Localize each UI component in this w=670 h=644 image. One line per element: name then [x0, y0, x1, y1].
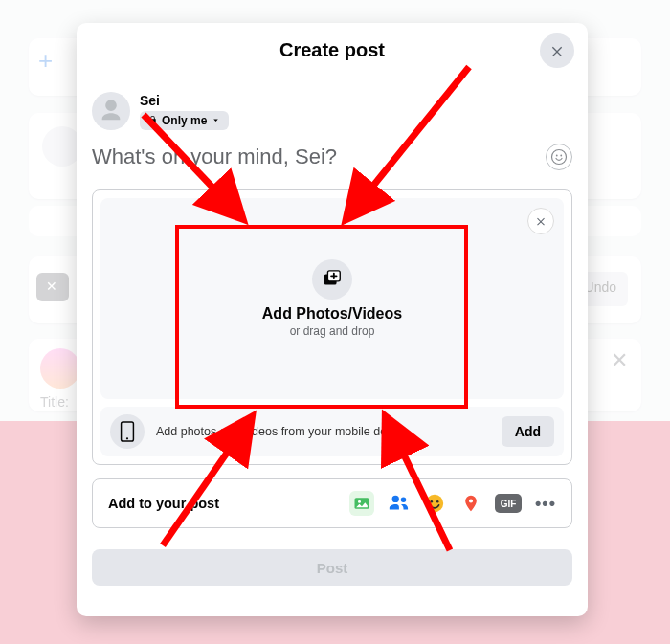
upload-subtitle: or drag and drop [290, 324, 375, 338]
close-upload-button[interactable] [527, 208, 554, 234]
feeling-button[interactable] [422, 491, 447, 516]
mobile-upload-text: Add photos and videos from your mobile d… [156, 425, 490, 438]
photo-drop-zone[interactable]: Add Photos/Videos or drag and drop [100, 198, 564, 399]
upload-title: Add Photos/Videos [262, 305, 402, 322]
check-in-button[interactable] [458, 491, 483, 516]
svg-point-10 [431, 500, 434, 503]
add-to-post-label: Add to your post [108, 496, 219, 511]
post-text-input[interactable]: What's on your mind, Sei? [92, 144, 337, 169]
create-post-modal: Create post Sei Only me What's on your m… [77, 23, 588, 616]
location-icon [461, 493, 480, 514]
emoji-button[interactable] [546, 144, 572, 170]
person-icon [388, 493, 409, 514]
svg-point-9 [426, 495, 443, 512]
post-button[interactable]: Post [92, 549, 572, 586]
author-name: Sei [140, 93, 229, 108]
close-icon [549, 43, 565, 58]
caret-down-icon [211, 115, 221, 125]
author-row: Sei Only me [92, 92, 572, 130]
audience-selector[interactable]: Only me [140, 111, 229, 130]
mobile-add-button[interactable]: Add [502, 416, 554, 447]
gif-button[interactable]: GIF [495, 494, 522, 513]
ellipsis-icon: ••• [535, 494, 556, 514]
more-button[interactable]: ••• [533, 491, 558, 516]
close-button[interactable] [540, 33, 574, 68]
mobile-upload-row: Add photos and videos from your mobile d… [100, 407, 564, 456]
add-photo-icon [312, 259, 352, 300]
phone-icon [110, 414, 145, 449]
lock-icon [147, 115, 158, 125]
svg-point-6 [126, 437, 128, 439]
modal-header: Create post [77, 23, 588, 78]
svg-point-8 [358, 500, 361, 503]
upload-panel: Add Photos/Videos or drag and drop Add p… [92, 189, 572, 465]
modal-title: Create post [279, 39, 385, 61]
feeling-icon [424, 493, 445, 514]
photo-video-button[interactable] [349, 491, 374, 516]
audience-label: Only me [162, 114, 207, 127]
tag-people-button[interactable] [386, 491, 411, 516]
svg-point-11 [436, 500, 439, 503]
close-icon [535, 215, 547, 227]
smile-icon [550, 148, 568, 166]
add-to-post-row: Add to your post GIF ••• [92, 478, 572, 528]
photo-icon [352, 494, 371, 513]
svg-point-2 [560, 155, 562, 157]
svg-point-0 [552, 150, 567, 165]
avatar [92, 92, 130, 130]
svg-point-1 [556, 155, 558, 157]
